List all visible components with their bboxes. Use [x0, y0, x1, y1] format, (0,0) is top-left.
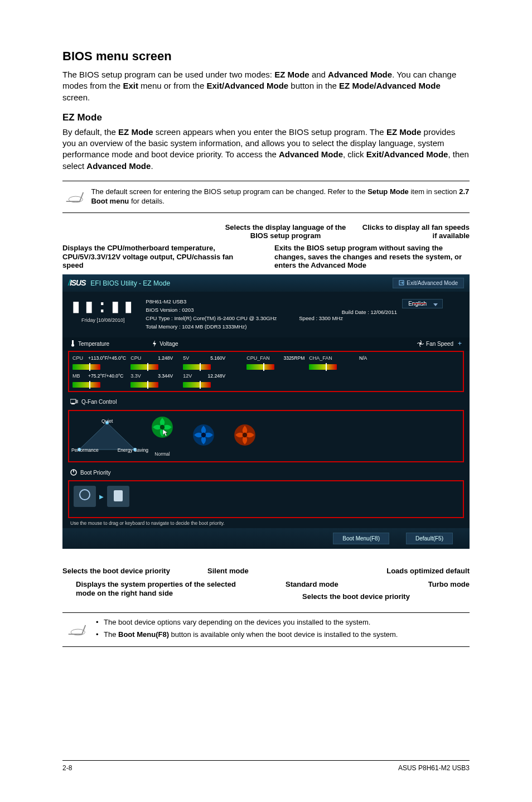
profile-quiet: Quiet [101, 418, 113, 424]
boot-priority-label: Boot Priority [80, 470, 110, 476]
svg-rect-6 [71, 403, 75, 404]
exit-icon [399, 280, 404, 286]
model-label: P8H61-M2 USB3 [146, 297, 343, 306]
temp-mb-bar [72, 382, 100, 388]
qfan-icon [70, 398, 78, 405]
svg-point-3 [71, 344, 74, 347]
exit-advanced-mode-button[interactable]: Exit/Advanced Mode [393, 278, 464, 288]
temp-header: Temperature [70, 340, 109, 347]
svg-rect-5 [70, 399, 76, 403]
mode-power-saving[interactable] [233, 423, 257, 449]
temp-mb-val: +75.2°F/+40.0°C [88, 373, 124, 379]
volt-5-val: 5.160V [199, 355, 225, 361]
cpu-type: CPU Type : Intel(R) Core(TM) i5-2400 CPU… [146, 314, 277, 322]
volt-cpu-val: 1.248V [146, 355, 173, 361]
volt-33-label: 3.3V [130, 373, 143, 379]
svg-point-14 [201, 433, 206, 437]
callout-displays-props: Displays the system properties of the se… [76, 580, 243, 597]
temp-cpu-label: CPU [72, 355, 85, 361]
volt-12-bar [183, 382, 211, 388]
mode-normal[interactable]: Normal [151, 416, 174, 457]
callout-turbo: Turbo mode [428, 580, 470, 589]
fan-cha-bar [309, 364, 337, 370]
boot-zone: ▶ [68, 480, 464, 518]
power-icon [70, 469, 77, 476]
mode-asus-optimal[interactable] [192, 423, 215, 449]
volt-12-val: 12.248V [199, 373, 225, 379]
cursor-icon [162, 429, 169, 438]
system-info: P8H61-M2 USB3 BIOS Version : 0203 CPU Ty… [146, 297, 343, 331]
exit-button-label: Exit/Advanced Mode [407, 280, 458, 286]
callout-selects-boot2: Selects the boot device priority [302, 592, 410, 601]
expand-fan-icon[interactable]: + [458, 340, 462, 347]
build-date: Build Date : 12/06/2011 [342, 308, 397, 316]
volt-cpu-bar [130, 364, 158, 370]
note-icon [62, 186, 86, 208]
ez-mode-title: EZ Mode [62, 112, 470, 123]
volt-33-bar [130, 382, 158, 388]
clock-date: Friday [10/08/2010] [70, 317, 136, 323]
callout-exit: Exits the BIOS setup program without sav… [274, 244, 470, 270]
thermometer-icon [70, 340, 76, 347]
default-button[interactable]: Default(F5) [406, 533, 453, 544]
callout-lang: Selects the display language of the BIOS… [224, 223, 347, 240]
page-number: 2-8 [62, 764, 72, 772]
footer-product: ASUS P8H61-M2 USB3 [398, 764, 470, 772]
bolt-icon [152, 340, 157, 347]
profile-triangle[interactable]: Quiet Performance Energy Saving [74, 419, 141, 453]
callout-fan: Clicks to display all fan speeds if avai… [358, 223, 470, 240]
boot-device-disk[interactable] [74, 486, 96, 507]
note-icon [62, 619, 91, 641]
fan-orange-icon [233, 423, 257, 447]
volt-header: Voltage [152, 340, 178, 347]
note-text-top: The default screen for entering the BIOS… [86, 187, 470, 206]
volt-12-label: 12V [183, 373, 195, 379]
callout-loads-default: Loads optimized default [386, 567, 470, 576]
callout-standard: Standard mode [286, 580, 338, 589]
temp-mb-label: MB [72, 373, 85, 379]
bios-version: BIOS Version : 0203 [146, 306, 343, 314]
bios-header-title: EFI BIOS Utility - EZ Mode [90, 279, 170, 287]
clock-display: ▮▮:▮▮ [70, 297, 136, 315]
intro-paragraph: The BIOS setup program can be used under… [62, 69, 470, 103]
profile-zone: Quiet Performance Energy Saving Normal [68, 410, 464, 462]
mode-normal-label: Normal [151, 451, 174, 457]
fan-cpu-bar [246, 364, 274, 370]
cpu-speed: Speed : 3300 MHz [299, 314, 343, 322]
fan-cpu-val: 3325RPM [278, 355, 304, 361]
ez-mode-body: By default, the EZ Mode screen appears w… [62, 127, 470, 172]
profile-performance: Performance [71, 447, 99, 453]
qfan-label: Q-Fan Control [81, 399, 117, 405]
note-bullet-2: The Boot Menu(F8) button is available on… [96, 630, 398, 640]
callout-sensors: Displays the CPU/motherboard temperature… [62, 244, 246, 270]
boot-hint: Use the mouse to drag or keyboard to nav… [70, 520, 462, 526]
page-title: BIOS menu screen [62, 49, 470, 64]
note-bullet-1: The boot device options vary depending o… [96, 617, 398, 627]
callout-silent: Silent mode [207, 567, 249, 576]
fan-cha-val: N/A [340, 355, 367, 361]
temp-cpu-val: +113.0°F/+45.0°C [88, 355, 126, 361]
svg-marker-7 [79, 423, 135, 450]
fan-cpu-label: CPU_FAN [246, 355, 274, 361]
callout-boot-priority: Selects the boot device priority [62, 567, 170, 576]
volt-5-label: 5V [183, 355, 195, 361]
temp-cpu-bar [72, 364, 100, 370]
fan-cha-label: CHA_FAN [309, 355, 337, 361]
volt-cpu-label: CPU [130, 355, 143, 361]
fan-icon [417, 340, 424, 347]
boot-order-arrow: ▶ [99, 494, 104, 500]
boot-menu-button[interactable]: Boot Menu(F8) [333, 533, 389, 544]
sensor-zone: CPU+113.0°F/+45.0°C MB+75.2°F/+40.0°C CP… [68, 351, 464, 392]
total-memory: Total Memory : 1024 MB (DDR3 1333MHz) [146, 322, 343, 331]
asus-logo: /ISUS [68, 278, 86, 287]
volt-5-bar [183, 364, 211, 370]
svg-point-16 [243, 433, 247, 437]
profile-energy: Energy Saving [118, 447, 148, 453]
bios-screenshot: /ISUS EFI BIOS Utility - EZ Mode Exit/Ad… [62, 274, 470, 549]
boot-device-usb[interactable] [107, 486, 129, 507]
fan-header: Fan Speed [417, 340, 453, 347]
volt-33-val: 3.344V [146, 373, 173, 379]
fan-blue-icon [192, 423, 215, 447]
